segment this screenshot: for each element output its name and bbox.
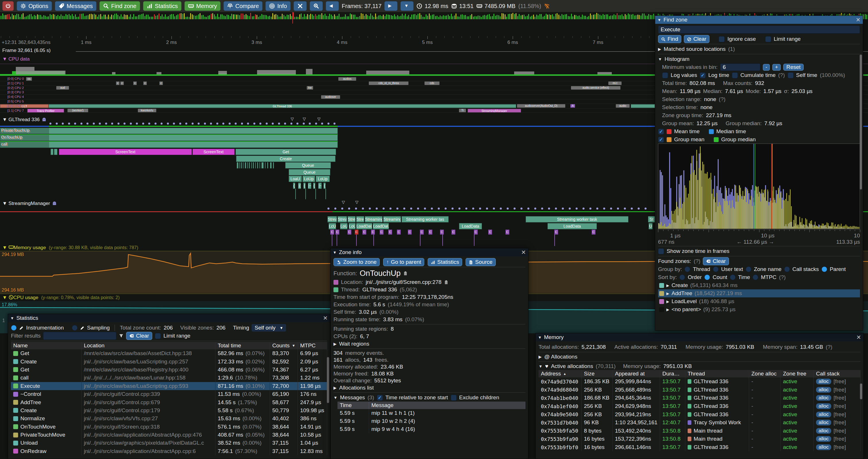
log-time-checkbox[interactable] — [700, 72, 706, 78]
frame-bar[interactable] — [307, 14, 308, 19]
frame-bar[interactable] — [59, 16, 60, 19]
close-icon[interactable]: ✕ — [856, 334, 861, 341]
frame-bar[interactable] — [189, 17, 190, 19]
frame-bar[interactable] — [296, 17, 297, 19]
frame-bar[interactable] — [94, 14, 95, 19]
frame-bar[interactable] — [5, 15, 6, 19]
frame-bar[interactable] — [35, 16, 36, 19]
frame-bar[interactable] — [528, 14, 529, 19]
group-by-user-text-radio[interactable] — [713, 266, 719, 272]
frame-bar[interactable] — [282, 14, 283, 19]
frame-bar[interactable] — [465, 15, 466, 19]
frame-bar[interactable] — [100, 14, 101, 19]
cpu-process-box[interactable]: kworker/u — [138, 109, 156, 112]
frame-bar[interactable] — [641, 15, 641, 19]
frame-bar[interactable] — [555, 14, 556, 19]
frame-bar[interactable] — [294, 17, 295, 19]
clipboard-icon[interactable] — [403, 271, 408, 275]
clear-button[interactable]: Clear — [684, 35, 709, 43]
statistics-titlebar[interactable]: ▼ Statistics ✕ — [8, 314, 330, 322]
frame-bar[interactable] — [544, 16, 545, 19]
frame-bar[interactable] — [37, 14, 38, 19]
frame-bar[interactable] — [522, 15, 523, 19]
statistics-row[interactable]: Executejni/../jni/src/claw/base/LuaScrip… — [11, 382, 327, 390]
frame-bar[interactable] — [217, 14, 218, 19]
frame-bar[interactable] — [424, 17, 425, 19]
frame-bar[interactable] — [91, 14, 92, 19]
frame-bar[interactable] — [391, 15, 392, 19]
zone-bar[interactable] — [249, 162, 250, 168]
frame-bar[interactable] — [69, 14, 69, 20]
frame-bar[interactable] — [174, 17, 175, 19]
wait-regions-expander[interactable]: ▶Wait regions — [334, 340, 525, 348]
active-allocations-expander[interactable]: ▼♥Active allocations(70,311) Memory usag… — [538, 363, 861, 370]
frame-bar[interactable] — [266, 15, 267, 19]
timing-dropdown[interactable]: Self only▼ — [252, 324, 286, 332]
frame-bar[interactable] — [40, 15, 41, 19]
frame-bar[interactable] — [508, 14, 509, 19]
frame-bar[interactable] — [571, 14, 572, 19]
frame-bar[interactable] — [70, 15, 71, 19]
frame-bar[interactable] — [290, 14, 291, 20]
frame-bar[interactable] — [629, 14, 630, 19]
frame-bar[interactable] — [547, 14, 548, 19]
frame-bar[interactable] — [628, 13, 629, 19]
bin-plus-button[interactable]: + — [772, 64, 781, 71]
frame-bar[interactable] — [587, 17, 588, 20]
frame-bar[interactable] — [563, 15, 564, 19]
frame-bar[interactable] — [642, 13, 643, 19]
frame-bar[interactable] — [576, 15, 577, 19]
frame-bar[interactable] — [474, 16, 475, 19]
frame-bar[interactable] — [550, 15, 551, 19]
frame-bar[interactable] — [601, 15, 602, 19]
frame-bar[interactable] — [416, 15, 417, 19]
frame-bar[interactable] — [170, 14, 170, 19]
frame-bar[interactable] — [21, 14, 22, 19]
frame-bar[interactable] — [106, 17, 107, 19]
frame-bar[interactable] — [524, 14, 525, 19]
cpu-process-box[interactable]: c — [120, 81, 124, 85]
cpu-process-box[interactable]: cds_ol_rx_threa — [369, 81, 408, 85]
statistics-row[interactable]: PrivateTouchMovejni/../jni/src/claw/appl… — [11, 431, 327, 439]
frame-bar[interactable] — [636, 15, 637, 19]
frame-bar[interactable] — [511, 14, 512, 19]
frame-bar[interactable] — [388, 14, 389, 19]
zone-bar[interactable]: ScreenText — [59, 149, 192, 155]
frame-bar[interactable] — [487, 14, 488, 19]
frame-bar[interactable] — [222, 14, 223, 19]
frame-bar[interactable] — [10, 17, 11, 19]
frame-bar[interactable] — [625, 14, 626, 19]
found-zone-row[interactable]: ▶Create(54,131) 643.34 ms — [658, 281, 860, 289]
memory-usage-header[interactable]: ▼ Memory usage(y-range: 30.88 KB, visibl… — [2, 244, 138, 251]
frame-bar[interactable] — [331, 14, 332, 19]
zone-bar[interactable]: LoUp — [316, 176, 330, 182]
sampling-radio[interactable] — [72, 325, 78, 331]
found-zone-row[interactable]: ▶LoadLevel(18) 406.88 µs — [658, 297, 860, 305]
message-marker-icon[interactable]: ▽ — [291, 117, 294, 121]
close-icon[interactable]: ✕ — [856, 17, 861, 23]
statistics-row[interactable]: Createjni/../jni/src/guif/Control.cpp:17… — [11, 406, 327, 415]
frame-bar[interactable] — [86, 15, 87, 19]
frame-bar[interactable] — [634, 15, 635, 19]
frame-bar[interactable] — [369, 16, 370, 19]
frame-bar[interactable] — [26, 17, 27, 19]
found-zone-row[interactable]: ▶<no parent>(9) 225.73 µs — [658, 305, 860, 314]
zone-bar[interactable]: ScreenText — [192, 149, 235, 155]
frame-bar[interactable] — [495, 16, 496, 19]
toolbar-power-button[interactable] — [2, 1, 14, 11]
frame-bar[interactable] — [493, 14, 494, 19]
cpu-process-box[interactable]: cds — [425, 81, 439, 85]
frame-bar[interactable] — [272, 13, 273, 19]
toolbar-search-plus-button[interactable] — [310, 1, 323, 11]
frame-bar[interactable] — [457, 17, 458, 19]
frame-bar[interactable] — [614, 14, 614, 19]
frame-bar[interactable] — [98, 14, 99, 19]
frame-bar[interactable] — [350, 13, 351, 19]
cpu-process-box[interactable]: c — [133, 81, 137, 85]
frame-bar[interactable] — [413, 14, 414, 19]
frame-bar[interactable] — [584, 16, 585, 19]
frame-bar[interactable] — [417, 14, 418, 19]
zone-bar[interactable]: |~ — [318, 183, 322, 189]
callstack-mark-red[interactable]: C — [355, 230, 359, 234]
frame-bar[interactable] — [95, 14, 96, 19]
